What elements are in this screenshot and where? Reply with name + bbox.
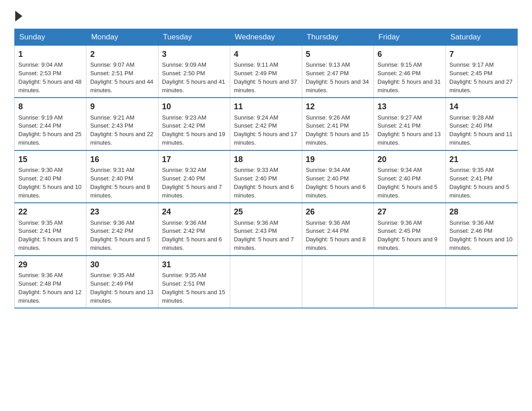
day-info: Sunrise: 9:35 AMSunset: 2:41 PMDaylight:…	[18, 219, 78, 252]
day-number: 23	[90, 206, 154, 218]
day-info: Sunrise: 9:35 AMSunset: 2:41 PMDaylight:…	[450, 167, 510, 199]
calendar-week-2: 8Sunrise: 9:19 AMSunset: 2:44 PMDaylight…	[15, 98, 518, 150]
weekday-header-saturday: Saturday	[446, 29, 517, 46]
day-number: 19	[306, 154, 370, 165]
day-number: 18	[234, 154, 298, 165]
calendar-week-1: 1Sunrise: 9:04 AMSunset: 2:53 PMDaylight…	[15, 46, 518, 98]
calendar-table: SundayMondayTuesdayWednesdayThursdayFrid…	[14, 29, 518, 308]
calendar-cell: 13Sunrise: 9:27 AMSunset: 2:41 PMDayligh…	[374, 98, 446, 150]
day-number: 6	[378, 48, 442, 60]
day-info: Sunrise: 9:36 AMSunset: 2:42 PMDaylight:…	[162, 219, 222, 252]
day-number: 5	[306, 48, 370, 60]
day-number: 4	[234, 48, 298, 60]
day-info: Sunrise: 9:04 AMSunset: 2:53 PMDaylight:…	[18, 61, 82, 94]
day-info: Sunrise: 9:36 AMSunset: 2:46 PMDaylight:…	[450, 219, 513, 252]
day-number: 29	[18, 259, 82, 270]
calendar-cell: 9Sunrise: 9:21 AMSunset: 2:43 PMDaylight…	[86, 98, 158, 150]
day-number: 13	[378, 101, 442, 112]
day-number: 15	[18, 154, 82, 165]
calendar-cell: 25Sunrise: 9:36 AMSunset: 2:43 PMDayligh…	[230, 203, 302, 255]
day-number: 10	[162, 101, 226, 112]
day-info: Sunrise: 9:30 AMSunset: 2:40 PMDaylight:…	[18, 167, 82, 199]
calendar-cell	[230, 256, 302, 308]
calendar-cell: 28Sunrise: 9:36 AMSunset: 2:46 PMDayligh…	[446, 203, 517, 255]
day-number: 22	[18, 206, 82, 218]
day-info: Sunrise: 9:36 AMSunset: 2:42 PMDaylight:…	[90, 219, 150, 252]
day-info: Sunrise: 9:34 AMSunset: 2:40 PMDaylight:…	[378, 167, 438, 199]
calendar-cell: 8Sunrise: 9:19 AMSunset: 2:44 PMDaylight…	[15, 98, 86, 150]
calendar-cell: 20Sunrise: 9:34 AMSunset: 2:40 PMDayligh…	[374, 150, 446, 203]
calendar-cell: 18Sunrise: 9:33 AMSunset: 2:40 PMDayligh…	[230, 150, 302, 203]
day-info: Sunrise: 9:34 AMSunset: 2:40 PMDaylight:…	[306, 167, 366, 199]
day-info: Sunrise: 9:24 AMSunset: 2:42 PMDaylight:…	[234, 114, 297, 146]
day-number: 16	[90, 154, 154, 165]
day-info: Sunrise: 9:23 AMSunset: 2:42 PMDaylight:…	[162, 114, 225, 146]
weekday-header-friday: Friday	[374, 29, 446, 46]
day-info: Sunrise: 9:36 AMSunset: 2:44 PMDaylight:…	[306, 219, 366, 252]
calendar-cell	[446, 256, 517, 308]
calendar-cell: 24Sunrise: 9:36 AMSunset: 2:42 PMDayligh…	[158, 203, 230, 255]
day-number: 27	[378, 206, 442, 218]
calendar-cell: 17Sunrise: 9:32 AMSunset: 2:40 PMDayligh…	[158, 150, 230, 203]
day-info: Sunrise: 9:32 AMSunset: 2:40 PMDaylight:…	[162, 167, 222, 199]
day-number: 25	[234, 206, 298, 218]
day-info: Sunrise: 9:26 AMSunset: 2:41 PMDaylight:…	[306, 114, 369, 146]
calendar-cell: 31Sunrise: 9:35 AMSunset: 2:51 PMDayligh…	[158, 256, 230, 308]
day-info: Sunrise: 9:15 AMSunset: 2:46 PMDaylight:…	[378, 61, 441, 94]
day-number: 11	[234, 101, 298, 112]
calendar-cell: 14Sunrise: 9:28 AMSunset: 2:40 PMDayligh…	[446, 98, 517, 150]
day-info: Sunrise: 9:21 AMSunset: 2:43 PMDaylight:…	[90, 114, 153, 146]
calendar-body: 1Sunrise: 9:04 AMSunset: 2:53 PMDaylight…	[15, 46, 518, 308]
weekday-header-sunday: Sunday	[15, 29, 86, 46]
calendar-cell: 10Sunrise: 9:23 AMSunset: 2:42 PMDayligh…	[158, 98, 230, 150]
day-info: Sunrise: 9:27 AMSunset: 2:41 PMDaylight:…	[378, 114, 441, 146]
weekday-header-wednesday: Wednesday	[230, 29, 302, 46]
day-info: Sunrise: 9:33 AMSunset: 2:40 PMDaylight:…	[234, 167, 294, 199]
day-number: 9	[90, 101, 154, 112]
calendar-cell: 27Sunrise: 9:36 AMSunset: 2:45 PMDayligh…	[374, 203, 446, 255]
day-info: Sunrise: 9:36 AMSunset: 2:48 PMDaylight:…	[18, 272, 82, 304]
calendar-cell: 4Sunrise: 9:11 AMSunset: 2:49 PMDaylight…	[230, 46, 302, 98]
calendar-cell: 30Sunrise: 9:35 AMSunset: 2:49 PMDayligh…	[86, 256, 158, 308]
calendar-cell: 3Sunrise: 9:09 AMSunset: 2:50 PMDaylight…	[158, 46, 230, 98]
weekday-header-tuesday: Tuesday	[158, 29, 230, 46]
day-number: 31	[162, 259, 226, 270]
day-number: 7	[450, 48, 514, 60]
calendar-cell: 22Sunrise: 9:35 AMSunset: 2:41 PMDayligh…	[15, 203, 86, 255]
day-number: 20	[378, 154, 442, 165]
calendar-cell	[374, 256, 446, 308]
day-number: 17	[162, 154, 226, 165]
calendar-cell: 5Sunrise: 9:13 AMSunset: 2:47 PMDaylight…	[302, 46, 373, 98]
day-number: 3	[162, 48, 226, 60]
calendar-week-5: 29Sunrise: 9:36 AMSunset: 2:48 PMDayligh…	[15, 256, 518, 308]
day-info: Sunrise: 9:13 AMSunset: 2:47 PMDaylight:…	[306, 61, 369, 94]
page-header	[14, 11, 518, 21]
day-info: Sunrise: 9:19 AMSunset: 2:44 PMDaylight:…	[18, 114, 82, 146]
day-number: 2	[90, 48, 154, 60]
day-info: Sunrise: 9:17 AMSunset: 2:45 PMDaylight:…	[450, 61, 513, 94]
calendar-cell: 15Sunrise: 9:30 AMSunset: 2:40 PMDayligh…	[15, 150, 86, 203]
calendar-week-4: 22Sunrise: 9:35 AMSunset: 2:41 PMDayligh…	[15, 203, 518, 255]
day-info: Sunrise: 9:35 AMSunset: 2:49 PMDaylight:…	[90, 272, 153, 304]
day-number: 30	[90, 259, 154, 270]
day-info: Sunrise: 9:35 AMSunset: 2:51 PMDaylight:…	[162, 272, 225, 304]
day-info: Sunrise: 9:09 AMSunset: 2:50 PMDaylight:…	[162, 61, 225, 94]
day-info: Sunrise: 9:31 AMSunset: 2:40 PMDaylight:…	[90, 167, 150, 199]
day-number: 1	[18, 48, 82, 60]
calendar-cell: 29Sunrise: 9:36 AMSunset: 2:48 PMDayligh…	[15, 256, 86, 308]
day-number: 14	[450, 101, 514, 112]
day-number: 24	[162, 206, 226, 218]
calendar-cell: 21Sunrise: 9:35 AMSunset: 2:41 PMDayligh…	[446, 150, 517, 203]
weekday-header-monday: Monday	[86, 29, 158, 46]
calendar-cell: 16Sunrise: 9:31 AMSunset: 2:40 PMDayligh…	[86, 150, 158, 203]
day-info: Sunrise: 9:36 AMSunset: 2:45 PMDaylight:…	[378, 219, 438, 252]
day-number: 8	[18, 101, 82, 112]
day-number: 26	[306, 206, 370, 218]
calendar-cell: 23Sunrise: 9:36 AMSunset: 2:42 PMDayligh…	[86, 203, 158, 255]
day-info: Sunrise: 9:28 AMSunset: 2:40 PMDaylight:…	[450, 114, 513, 146]
calendar-cell: 26Sunrise: 9:36 AMSunset: 2:44 PMDayligh…	[302, 203, 373, 255]
day-info: Sunrise: 9:07 AMSunset: 2:51 PMDaylight:…	[90, 61, 153, 94]
calendar-cell: 2Sunrise: 9:07 AMSunset: 2:51 PMDaylight…	[86, 46, 158, 98]
calendar-cell: 7Sunrise: 9:17 AMSunset: 2:45 PMDaylight…	[446, 46, 517, 98]
calendar-cell: 6Sunrise: 9:15 AMSunset: 2:46 PMDaylight…	[374, 46, 446, 98]
